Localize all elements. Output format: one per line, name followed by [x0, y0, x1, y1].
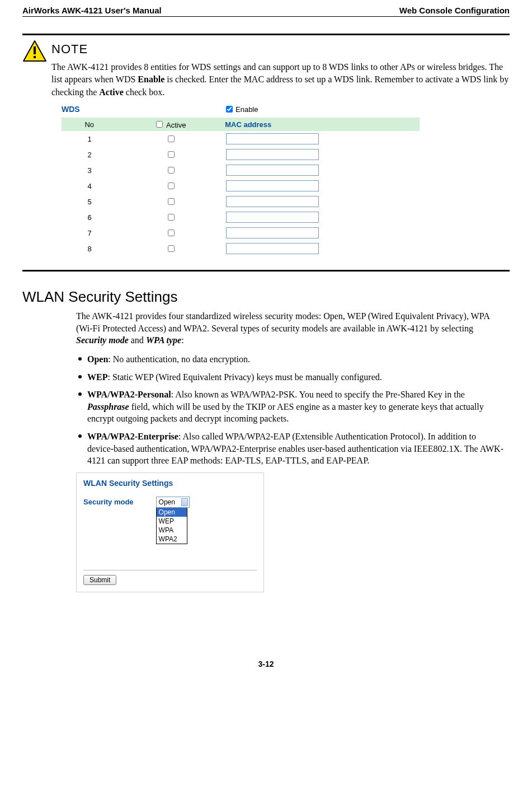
col-no: No: [62, 120, 117, 129]
row-no: 3: [62, 166, 117, 175]
table-row: 7: [62, 225, 510, 241]
chevron-down-icon: [183, 501, 186, 503]
row-no: 5: [62, 198, 117, 206]
dropdown-selected[interactable]: Open: [156, 497, 190, 508]
note-paragraph: The AWK-4121 provides 8 entities for WDS…: [51, 61, 510, 99]
dropdown-option[interactable]: WPA2: [157, 535, 187, 544]
mac-address-input[interactable]: [226, 180, 319, 191]
dropdown-list: Open WEP WPA WPA2: [156, 507, 187, 544]
warning-icon: [22, 40, 47, 62]
row-active-checkbox[interactable]: [168, 198, 175, 205]
row-active-checkbox[interactable]: [168, 151, 175, 158]
table-row: 1: [62, 131, 510, 147]
section-heading: WLAN Security Settings: [22, 288, 510, 306]
row-no: 4: [62, 182, 117, 190]
ss-security-mode-label: Security mode: [83, 498, 134, 506]
row-no: 1: [62, 135, 117, 143]
row-no: 2: [62, 151, 117, 159]
list-item: WEP: Static WEP (Wired Equivalent Privac…: [76, 371, 504, 383]
mac-address-input[interactable]: [226, 212, 319, 223]
row-active-checkbox[interactable]: [168, 183, 175, 189]
page-header: AirWorks AWK-4121 User's Manual Web Cons…: [22, 6, 510, 17]
table-row: 8: [62, 241, 510, 256]
note-title: NOTE: [51, 42, 510, 57]
row-active-checkbox[interactable]: [168, 167, 175, 174]
ss-divider: [83, 570, 257, 570]
ss-title: WLAN Security Settings: [83, 479, 257, 488]
list-item: WPA/WPA2-Enterprise: Also called WPA/WPA…: [76, 431, 504, 467]
wds-enable-checkbox[interactable]: [226, 106, 233, 113]
row-active-checkbox[interactable]: [168, 214, 175, 221]
rule-bottom-thick: [22, 270, 510, 272]
svg-rect-1: [34, 46, 36, 54]
submit-button[interactable]: Submit: [83, 575, 116, 585]
wlan-security-screenshot: WLAN Security Settings Security mode Ope…: [76, 472, 264, 592]
table-row: 4: [62, 178, 510, 194]
header-right: Web Console Configuration: [399, 6, 510, 15]
row-no: 6: [62, 213, 117, 222]
header-left: AirWorks AWK-4121 User's Manual: [22, 6, 162, 15]
dropdown-option[interactable]: WPA: [157, 526, 187, 535]
mac-address-input[interactable]: [226, 227, 319, 238]
row-active-checkbox[interactable]: [168, 230, 175, 236]
intro-paragraph: The AWK-4121 provides four standardized …: [76, 310, 504, 347]
row-no: 7: [62, 229, 117, 237]
mac-address-input[interactable]: [226, 149, 319, 160]
mac-address-input[interactable]: [226, 165, 319, 176]
row-no: 8: [62, 245, 117, 253]
bullet-list: Open: No authentication, no data encrypt…: [76, 353, 504, 467]
dropdown-option[interactable]: Open: [157, 508, 187, 517]
active-master-checkbox[interactable]: [156, 121, 163, 128]
wds-heading: WDS: [62, 105, 224, 114]
wds-enable-label: Enable: [236, 105, 258, 114]
mac-address-input[interactable]: [226, 133, 319, 144]
dropdown-option[interactable]: WEP: [157, 517, 187, 526]
wds-table: WDS Enable No Active MAC address 1: [62, 104, 510, 256]
table-row: 5: [62, 194, 510, 209]
row-active-checkbox[interactable]: [168, 135, 175, 142]
list-item: WPA/WPA2-Personal: Also known as WPA/WPA…: [76, 389, 504, 425]
col-active: Active: [117, 119, 223, 129]
note-block: NOTE The AWK-4121 provides 8 entities fo…: [22, 40, 510, 262]
security-mode-dropdown[interactable]: Open Open WEP WPA WPA2: [156, 497, 190, 544]
mac-address-input[interactable]: [226, 243, 319, 254]
list-item: Open: No authentication, no data encrypt…: [76, 353, 504, 366]
col-mac: MAC address: [223, 120, 420, 129]
svg-rect-2: [34, 56, 36, 58]
mac-address-input[interactable]: [226, 196, 319, 207]
page-number: 3-12: [22, 659, 510, 668]
table-row: 6: [62, 209, 510, 225]
rule-top-thick: [22, 34, 510, 35]
row-active-checkbox[interactable]: [168, 245, 175, 252]
table-row: 2: [62, 147, 510, 162]
wds-column-header: No Active MAC address: [62, 118, 420, 131]
table-row: 3: [62, 162, 510, 178]
